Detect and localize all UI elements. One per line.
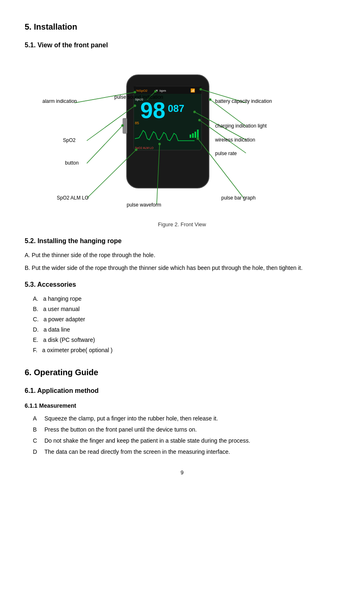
label-spo2-alm: SpO2 ALM LO [57,195,88,201]
label-button: button [65,160,79,166]
s5-2-text-b: B. Put the wider side of the rope throug… [25,264,339,272]
svg-point-18 [134,91,136,93]
item-letter: A. [33,295,38,302]
item-letter: F. [33,347,37,353]
svg-text:98: 98 [140,98,165,123]
page-number: 9 [25,469,339,477]
svg-line-17 [74,92,135,103]
step-letter: B [33,425,39,434]
label-pulse-bar: pulse bar graph [221,195,255,201]
svg-text:85: 85 [135,121,139,125]
figure-caption: Figure 2. Front View [25,221,339,229]
svg-point-24 [209,98,211,101]
svg-line-35 [157,144,160,204]
label-pulse-wave: pulse waveform [127,202,161,208]
svg-line-29 [87,106,135,141]
svg-text:SpO2: SpO2 [135,98,144,101]
list-item: E. a disk (PC software) [33,336,339,344]
svg-line-31 [87,125,123,163]
list-item: D The data can be read directly from the… [33,448,339,456]
list-item: F. a oximeter probe( optional ) [33,346,339,355]
section-5-2-title: 5.2. Installing the hanging rope [25,236,339,246]
svg-rect-1 [134,86,202,150]
svg-line-33 [87,150,136,198]
label-charging: charging indication light [215,123,267,129]
svg-text:087: 087 [168,103,184,114]
svg-rect-14 [197,130,199,138]
label-battery: battery capacity indication [215,98,272,104]
measurement-list: A Squeeze the clamp, put a finger into t… [33,414,339,456]
svg-line-23 [210,100,246,126]
section-6-1-title: 6.1. Application method [25,386,339,396]
list-item: D. a data line [33,325,339,334]
item-letter: D. [33,326,39,333]
label-pulse-sound: pulse sound indication [114,94,163,100]
list-item: B Press the button on the front panel un… [33,425,339,434]
svg-point-20 [154,90,157,93]
device-svg: %SpO2 ✕ bpm 📶 98 087 85 SpO2 SpO2 ALM LO [38,58,326,215]
svg-text:SpO2 ALM LO: SpO2 ALM LO [135,146,154,150]
svg-point-26 [193,111,196,113]
accessories-list: A. a hanging rope B. a user manual C. a … [33,295,339,355]
svg-text:bpm: bpm [160,89,166,93]
figure-container: %SpO2 ✕ bpm 📶 98 087 85 SpO2 SpO2 ALM LO [25,58,339,229]
svg-rect-11 [190,135,191,138]
item-letter: B. [33,306,38,312]
svg-rect-13 [195,132,196,138]
svg-point-36 [158,143,161,145]
section-6-title: 6. Operating Guide [25,366,339,378]
item-letter: C. [33,316,39,323]
section-5-3-title: 5.3. Accessories [25,280,339,290]
list-item: A Squeeze the clamp, put a finger into t… [33,414,339,423]
list-item: B. a user manual [33,305,339,313]
svg-point-22 [199,88,202,91]
step-text: Squeeze the clamp, put a finger into the… [44,414,218,423]
svg-text:✕: ✕ [155,89,158,93]
svg-rect-0 [127,75,209,188]
list-item: A. a hanging rope [33,295,339,303]
list-item: C. a power adapter [33,315,339,324]
step-text: Press the button on the front panel unti… [44,425,197,434]
step-letter: A [33,414,39,423]
label-alarm: alarm indication [42,98,77,104]
svg-line-27 [199,120,246,153]
section-5-title: 5. Installation [25,21,339,33]
svg-point-32 [121,124,124,127]
svg-point-38 [197,137,199,140]
label-wireless: wireless indication [215,137,255,143]
step-text: The data can be read directly from the s… [44,448,230,456]
svg-rect-2 [134,86,202,94]
svg-point-28 [198,119,201,121]
item-letter: E. [33,337,38,343]
svg-line-19 [147,91,155,100]
section-6-1-1-title: 6.1.1 Measurement [25,402,339,410]
device-diagram: %SpO2 ✕ bpm 📶 98 087 85 SpO2 SpO2 ALM LO [38,58,326,215]
svg-point-30 [134,104,136,107]
svg-line-21 [201,89,246,103]
step-text: Do not shake the finger and keep the pat… [44,437,250,445]
step-letter: D [33,448,39,456]
label-spo2: SpO2 [63,137,76,143]
list-item: C Do not shake the finger and keep the p… [33,437,339,445]
step-letter: C [33,437,39,445]
svg-text:📶: 📶 [190,88,195,93]
s5-2-text-a: A. Put the thinner side of the rope thro… [25,251,339,260]
svg-point-34 [135,149,137,151]
label-pulse-rate: pulse rate [215,151,237,156]
svg-line-25 [195,112,246,140]
svg-rect-16 [123,118,127,134]
svg-line-37 [198,139,244,198]
section-5-1-title: 5.1. View of the front panel [25,40,339,50]
svg-rect-12 [192,133,194,138]
svg-text:%SpO2: %SpO2 [136,89,148,93]
